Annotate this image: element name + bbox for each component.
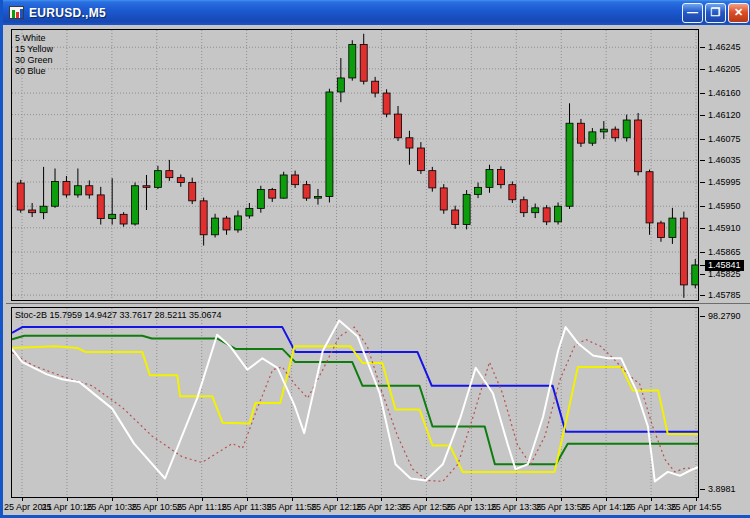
price-axis[interactable]: 1.462451.462051.461601.461201.460751.460… <box>700 25 750 515</box>
axis-tick <box>700 182 705 183</box>
time-axis-label: 25 Apr 10:35 <box>86 502 137 512</box>
time-axis-label: 25 Apr 10:15 <box>41 502 92 512</box>
price-axis-label: 1.45995 <box>708 177 741 187</box>
axis-tick <box>700 93 705 94</box>
maximize-button[interactable]: ❐ <box>705 3 726 23</box>
chart-client-area: 5 White 15 Yellow 30 Green 60 Blue Stoc-… <box>6 25 750 515</box>
chart-window-icon <box>9 6 24 19</box>
axis-tick <box>700 47 705 48</box>
time-axis-label: 25 Apr 14:15 <box>581 502 632 512</box>
time-tick <box>157 498 158 501</box>
time-tick <box>247 498 248 501</box>
time-axis-label: 25 Apr 10:55 <box>131 502 182 512</box>
time-axis[interactable]: 25 Apr 201125 Apr 10:1525 Apr 10:3525 Ap… <box>6 498 750 515</box>
time-axis-label: 25 Apr 12:15 <box>311 502 362 512</box>
time-tick <box>67 498 68 501</box>
time-axis-label: 25 Apr 11:35 <box>221 502 271 512</box>
panel-divider[interactable] <box>6 303 750 304</box>
legend-line-blue: 60 Blue <box>15 66 53 77</box>
time-axis-label: 25 Apr 13:15 <box>446 502 497 512</box>
time-tick <box>202 498 203 501</box>
window-title: EURUSD.,M5 <box>29 6 680 20</box>
time-tick <box>561 498 562 501</box>
time-tick <box>381 498 382 501</box>
time-tick <box>112 498 113 501</box>
legend-line-green: 30 Green <box>15 55 53 66</box>
stochastic-chart <box>12 308 698 497</box>
ma-period-legend: 5 White 15 Yellow 30 Green 60 Blue <box>15 33 53 77</box>
time-axis-label: 25 Apr 13:35 <box>491 502 542 512</box>
price-axis-label: 1.46205 <box>708 64 741 74</box>
price-axis-label: 1.45785 <box>708 290 741 300</box>
time-axis-label: 25 Apr 11:55 <box>266 502 316 512</box>
time-tick <box>516 498 517 501</box>
axis-tick <box>700 274 705 275</box>
time-tick <box>651 498 652 501</box>
main-chart-plot[interactable] <box>11 29 699 301</box>
indicator-plot[interactable] <box>11 307 699 498</box>
axis-tick <box>700 489 705 490</box>
indicator-axis-high: 98.2790 <box>708 311 741 321</box>
close-button[interactable]: ✕ <box>728 3 749 23</box>
time-axis-label: 25 Apr 11:15 <box>177 502 227 512</box>
axis-tick <box>700 252 705 253</box>
time-tick <box>292 498 293 501</box>
indicator-axis-low: 3.8981 <box>708 484 736 494</box>
legend-line-yellow: 15 Yellow <box>15 44 53 55</box>
time-axis-label: 25 Apr 14:35 <box>626 502 677 512</box>
price-axis-label: 1.45865 <box>708 247 741 257</box>
axis-tick <box>700 228 705 229</box>
legend-line-white: 5 White <box>15 33 53 44</box>
price-axis-label: 1.46160 <box>708 88 741 98</box>
current-price-tag: 1.45841 <box>705 260 744 271</box>
minimize-button[interactable]: — <box>682 3 703 23</box>
time-tick <box>337 498 338 501</box>
price-axis-label: 1.45950 <box>708 201 741 211</box>
price-axis-label: 1.46075 <box>708 134 741 144</box>
chart-window: EURUSD.,M5 — ❐ ✕ 5 White 15 Yellow 30 Gr… <box>0 0 750 518</box>
candlestick-chart <box>12 30 698 300</box>
time-tick <box>606 498 607 501</box>
axis-tick <box>700 206 705 207</box>
price-axis-label: 1.45910 <box>708 223 741 233</box>
axis-tick <box>700 316 705 317</box>
time-tick <box>426 498 427 501</box>
price-axis-label: 1.46120 <box>708 110 741 120</box>
time-tick <box>471 498 472 501</box>
time-tick <box>22 498 23 501</box>
axis-tick <box>700 69 705 70</box>
price-axis-label: 1.46035 <box>708 155 741 165</box>
time-axis-label: 25 Apr 13:55 <box>536 502 587 512</box>
price-axis-label: 1.46245 <box>708 42 741 52</box>
time-axis-label: 25 Apr 14:55 <box>670 502 721 512</box>
title-bar[interactable]: EURUSD.,M5 — ❐ ✕ <box>3 0 750 25</box>
axis-tick <box>700 295 705 296</box>
axis-tick <box>700 115 705 116</box>
axis-tick <box>700 139 705 140</box>
time-tick <box>696 498 697 501</box>
axis-tick <box>700 160 705 161</box>
time-axis-label: 25 Apr 12:55 <box>401 502 452 512</box>
time-axis-label: 25 Apr 12:35 <box>356 502 407 512</box>
indicator-values-label: Stoc-2B 15.7959 14.9427 33.7617 28.5211 … <box>15 310 222 320</box>
